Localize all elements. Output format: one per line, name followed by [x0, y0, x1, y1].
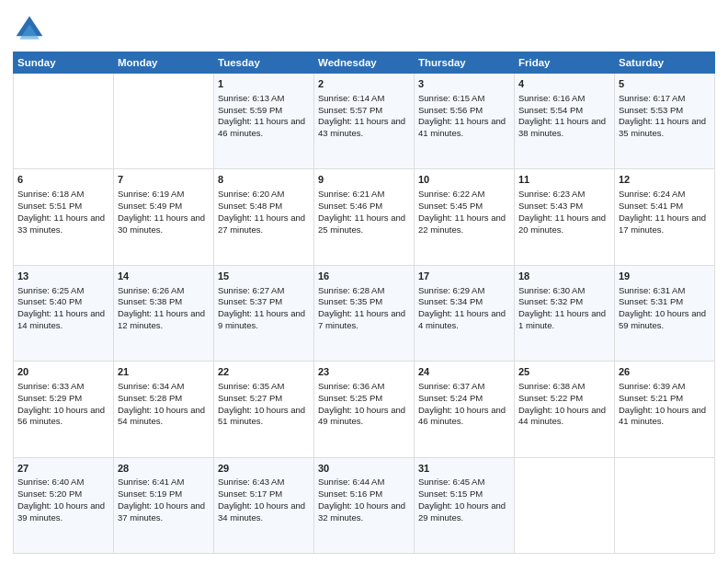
day-number: 27 [17, 462, 109, 476]
calendar-week-row: 13Sunrise: 6:25 AMSunset: 5:40 PMDayligh… [14, 265, 715, 361]
day-number: 15 [218, 270, 310, 283]
calendar-cell: 15Sunrise: 6:27 AMSunset: 5:37 PMDayligh… [214, 265, 314, 361]
day-info: Sunrise: 6:19 AM [118, 189, 210, 201]
day-number: 4 [518, 77, 610, 91]
day-info: Sunset: 5:20 PM [17, 488, 109, 500]
day-info: Sunrise: 6:22 AM [418, 189, 510, 201]
day-number: 25 [518, 365, 610, 379]
calendar-cell: 24Sunrise: 6:37 AMSunset: 5:24 PMDayligh… [415, 362, 515, 457]
calendar-week-row: 20Sunrise: 6:33 AMSunset: 5:29 PMDayligh… [14, 362, 715, 457]
calendar-cell: 31Sunrise: 6:45 AMSunset: 5:15 PMDayligh… [415, 457, 515, 553]
page-container: SundayMondayTuesdayWednesdayThursdayFrid… [0, 0, 728, 563]
day-info: Daylight: 10 hours and 46 minutes. [418, 405, 510, 429]
day-info: Daylight: 11 hours and 22 minutes. [418, 213, 510, 236]
day-number: 18 [518, 270, 610, 283]
day-info: Sunset: 5:32 PM [518, 296, 610, 308]
day-info: Sunrise: 6:23 AM [518, 189, 610, 201]
calendar-cell: 5Sunrise: 6:17 AMSunset: 5:53 PMDaylight… [615, 74, 715, 169]
weekday-header-saturday: Saturday [615, 52, 715, 74]
day-number: 21 [118, 365, 210, 379]
day-info: Daylight: 11 hours and 33 minutes. [17, 213, 109, 236]
calendar-week-row: 27Sunrise: 6:40 AMSunset: 5:20 PMDayligh… [14, 457, 715, 553]
day-info: Sunset: 5:31 PM [619, 296, 711, 308]
day-number: 31 [418, 462, 510, 476]
day-number: 17 [418, 270, 510, 283]
day-number: 14 [118, 270, 210, 283]
weekday-header-tuesday: Tuesday [214, 52, 314, 74]
day-info: Sunrise: 6:21 AM [318, 189, 410, 201]
day-info: Sunset: 5:24 PM [418, 393, 510, 405]
day-number: 22 [218, 365, 310, 379]
day-number: 28 [118, 462, 210, 476]
day-info: Sunrise: 6:43 AM [218, 477, 310, 488]
calendar-cell: 1Sunrise: 6:13 AMSunset: 5:59 PMDaylight… [214, 74, 314, 169]
day-number: 10 [418, 173, 510, 187]
day-number: 23 [318, 365, 410, 379]
day-info: Sunrise: 6:16 AM [518, 93, 610, 105]
weekday-header-wednesday: Wednesday [314, 52, 415, 74]
day-number: 16 [318, 270, 410, 283]
day-info: Sunrise: 6:28 AM [318, 285, 410, 297]
day-info: Daylight: 11 hours and 25 minutes. [318, 213, 410, 236]
day-number: 6 [17, 173, 109, 187]
day-info: Sunrise: 6:34 AM [118, 381, 210, 393]
calendar-cell: 10Sunrise: 6:22 AMSunset: 5:45 PMDayligh… [415, 169, 515, 265]
day-number: 26 [619, 365, 711, 379]
calendar-cell: 20Sunrise: 6:33 AMSunset: 5:29 PMDayligh… [14, 362, 114, 457]
day-info: Daylight: 11 hours and 41 minutes. [418, 116, 510, 140]
day-info: Sunset: 5:22 PM [518, 393, 610, 405]
day-info: Daylight: 10 hours and 44 minutes. [518, 405, 610, 429]
day-info: Daylight: 11 hours and 43 minutes. [318, 116, 410, 140]
calendar-cell: 3Sunrise: 6:15 AMSunset: 5:56 PMDaylight… [415, 74, 515, 169]
day-info: Daylight: 11 hours and 12 minutes. [118, 308, 210, 332]
day-info: Sunrise: 6:27 AM [218, 285, 310, 297]
day-info: Sunrise: 6:37 AM [418, 381, 510, 393]
day-info: Daylight: 10 hours and 32 minutes. [318, 500, 410, 524]
day-info: Sunset: 5:29 PM [17, 393, 109, 405]
logo-icon [13, 13, 46, 46]
calendar-cell: 18Sunrise: 6:30 AMSunset: 5:32 PMDayligh… [515, 265, 615, 361]
day-info: Daylight: 11 hours and 9 minutes. [218, 308, 310, 332]
day-number: 29 [218, 462, 310, 476]
day-info: Sunrise: 6:15 AM [418, 93, 510, 105]
day-info: Daylight: 10 hours and 39 minutes. [17, 500, 109, 524]
day-info: Sunrise: 6:41 AM [118, 477, 210, 488]
calendar-cell: 4Sunrise: 6:16 AMSunset: 5:54 PMDaylight… [515, 74, 615, 169]
day-info: Sunrise: 6:20 AM [218, 189, 310, 201]
day-info: Daylight: 11 hours and 1 minute. [518, 308, 610, 332]
day-info: Sunrise: 6:30 AM [518, 285, 610, 297]
day-info: Sunrise: 6:35 AM [218, 381, 310, 393]
day-number: 20 [17, 365, 109, 379]
day-info: Daylight: 11 hours and 7 minutes. [318, 308, 410, 332]
day-info: Sunrise: 6:24 AM [619, 189, 711, 201]
day-info: Sunset: 5:51 PM [17, 201, 109, 213]
calendar-cell [114, 74, 214, 169]
day-info: Sunrise: 6:38 AM [518, 381, 610, 393]
day-info: Sunrise: 6:33 AM [17, 381, 109, 393]
day-info: Daylight: 11 hours and 17 minutes. [619, 213, 711, 236]
calendar-cell: 7Sunrise: 6:19 AMSunset: 5:49 PMDaylight… [114, 169, 214, 265]
day-info: Sunset: 5:28 PM [118, 393, 210, 405]
day-info: Sunset: 5:35 PM [318, 296, 410, 308]
day-number: 2 [318, 77, 410, 91]
day-info: Sunset: 5:25 PM [318, 393, 410, 405]
calendar-week-row: 1Sunrise: 6:13 AMSunset: 5:59 PMDaylight… [14, 74, 715, 169]
day-info: Daylight: 10 hours and 51 minutes. [218, 405, 310, 429]
day-info: Sunset: 5:27 PM [218, 393, 310, 405]
day-info: Daylight: 10 hours and 41 minutes. [619, 405, 711, 429]
day-info: Sunset: 5:19 PM [118, 488, 210, 500]
day-info: Sunrise: 6:44 AM [318, 477, 410, 488]
calendar-cell: 2Sunrise: 6:14 AMSunset: 5:57 PMDaylight… [314, 74, 415, 169]
day-number: 30 [318, 462, 410, 476]
day-info: Sunset: 5:40 PM [17, 296, 109, 308]
calendar-cell: 23Sunrise: 6:36 AMSunset: 5:25 PMDayligh… [314, 362, 415, 457]
calendar-cell: 28Sunrise: 6:41 AMSunset: 5:19 PMDayligh… [114, 457, 214, 553]
weekday-header-thursday: Thursday [415, 52, 515, 74]
day-info: Sunrise: 6:26 AM [118, 285, 210, 297]
day-info: Daylight: 11 hours and 30 minutes. [118, 213, 210, 236]
day-number: 1 [218, 77, 310, 91]
day-info: Sunrise: 6:45 AM [418, 477, 510, 488]
day-info: Sunset: 5:46 PM [318, 201, 410, 213]
day-number: 3 [418, 77, 510, 91]
day-info: Sunrise: 6:18 AM [17, 189, 109, 201]
